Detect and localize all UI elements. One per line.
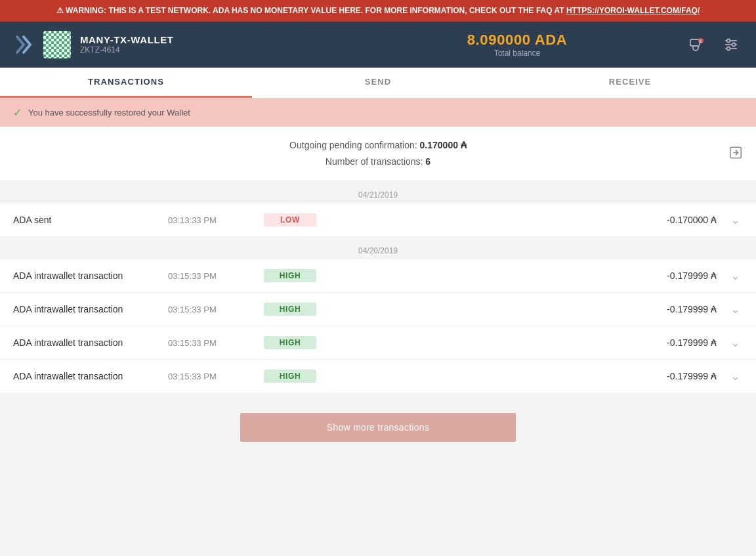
tx-time: 03:13:33 PM: [168, 215, 253, 225]
check-icon: ✓: [13, 106, 22, 119]
tx-label: ADA intrawallet transaction: [13, 304, 158, 314]
expand-icon[interactable]: ⌄: [727, 268, 743, 283]
tx-amount: -0.170000 ₳: [327, 215, 717, 225]
show-more-button[interactable]: Show more transactions: [240, 413, 516, 442]
tx-badge-high: HIGH: [264, 370, 316, 383]
tab-transactions[interactable]: TRANSACTIONS: [0, 68, 252, 98]
success-message: You have successfully restored your Wall…: [28, 108, 190, 118]
tx-time: 03:15:33 PM: [168, 338, 253, 348]
success-bar: ✓ You have successfully restored your Wa…: [0, 98, 756, 127]
expand-icon[interactable]: ⌄: [727, 302, 743, 316]
tx-badge-high: HIGH: [264, 269, 316, 282]
warning-link[interactable]: HTTPS://YOROI-WALLET.COM/FAQ/: [566, 6, 700, 15]
tx-amount: -0.179999 ₳: [327, 304, 717, 314]
tx-badge-low: LOW: [264, 213, 316, 226]
summary-section: Outgoing pending confirmation: 0.170000 …: [0, 127, 756, 181]
nav-tabs: TRANSACTIONS SEND RECEIVE: [0, 68, 756, 98]
app-header: MANY-TX-WALLET ZKTZ-4614 8.090000 ADA To…: [0, 22, 756, 68]
tab-send[interactable]: SEND: [252, 68, 504, 98]
table-row: ADA sent 03:13:33 PM LOW -0.170000 ₳ ⌄: [0, 203, 756, 237]
date-divider: 04/20/2019: [0, 237, 756, 259]
svg-rect-0: [690, 39, 700, 46]
expand-icon[interactable]: ⌄: [727, 213, 743, 227]
table-row: ADA intrawallet transaction 03:15:33 PM …: [0, 293, 756, 326]
tx-count-label: Number of transactions:: [326, 156, 423, 167]
tx-amount: -0.179999 ₳: [327, 337, 717, 348]
svg-point-8: [727, 47, 730, 50]
tx-label: ADA intrawallet transaction: [13, 270, 158, 281]
tx-badge-high: HIGH: [264, 336, 316, 349]
tx-label: ADA intrawallet transaction: [13, 337, 158, 348]
tx-amount: -0.179999 ₳: [327, 371, 717, 381]
table-row: ADA intrawallet transaction 03:15:33 PM …: [0, 360, 756, 393]
table-row: ADA intrawallet transaction 03:15:33 PM …: [0, 259, 756, 293]
tx-amount: -0.179999 ₳: [327, 270, 717, 281]
pending-label: Outgoing pending confirmation:: [289, 140, 417, 150]
tx-count: 6: [425, 156, 430, 167]
warning-text: ⚠ WARNING: THIS IS A TEST NETWORK. ADA H…: [56, 6, 566, 15]
date-divider: 04/21/2019: [0, 181, 756, 203]
tx-time: 03:15:33 PM: [168, 372, 253, 381]
balance-amount: 8.090000 ADA: [349, 32, 685, 49]
tab-receive[interactable]: RECEIVE: [504, 68, 756, 98]
svg-point-7: [732, 43, 736, 46]
tx-time: 03:15:33 PM: [168, 305, 253, 314]
settings-icon[interactable]: [719, 33, 743, 56]
show-more-wrapper: Show more transactions: [240, 413, 516, 442]
notifications-icon[interactable]: 1: [685, 33, 709, 56]
expand-icon[interactable]: ⌄: [727, 369, 743, 383]
tx-badge-high: HIGH: [264, 303, 316, 316]
svg-text:1: 1: [700, 39, 702, 43]
svg-point-6: [727, 39, 730, 42]
wallet-name: MANY-TX-WALLET: [80, 34, 174, 45]
export-icon[interactable]: [728, 145, 743, 161]
summary-text: Outgoing pending confirmation: 0.170000 …: [289, 137, 467, 170]
wallet-info: MANY-TX-WALLET ZKTZ-4614: [80, 34, 174, 54]
main-content: Outgoing pending confirmation: 0.170000 …: [0, 127, 756, 468]
yoroi-logo-icon: [13, 34, 34, 55]
tx-time: 03:15:33 PM: [168, 271, 253, 281]
header-center: 8.090000 ADA Total balance: [349, 32, 685, 58]
table-row: ADA intrawallet transaction 03:15:33 PM …: [0, 326, 756, 360]
pending-amount: 0.170000 ₳: [420, 140, 467, 150]
wallet-id: ZKTZ-4614: [80, 45, 174, 54]
header-left: MANY-TX-WALLET ZKTZ-4614: [13, 31, 349, 58]
transactions-container: 04/21/2019 ADA sent 03:13:33 PM LOW -0.1…: [0, 181, 756, 393]
warning-banner: ⚠ WARNING: THIS IS A TEST NETWORK. ADA H…: [0, 0, 756, 22]
expand-icon[interactable]: ⌄: [727, 335, 743, 350]
tx-label: ADA sent: [13, 215, 158, 225]
tx-label: ADA intrawallet transaction: [13, 371, 158, 381]
balance-label: Total balance: [349, 49, 685, 58]
header-right: 1: [685, 33, 743, 56]
wallet-avatar: [43, 31, 71, 58]
